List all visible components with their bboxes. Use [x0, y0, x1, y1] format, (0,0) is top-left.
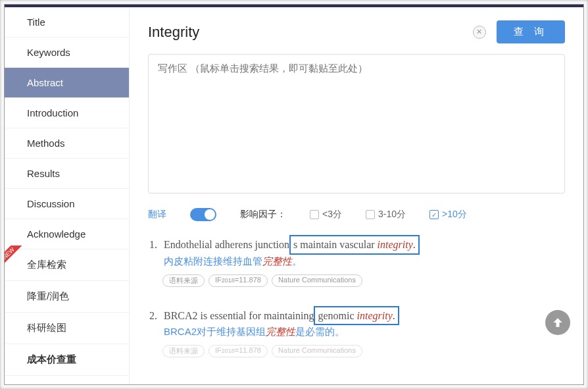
new-badge: NEW — [4, 246, 27, 272]
tag-if[interactable]: IF2018=11.878 — [208, 274, 268, 287]
if-3to10-checkbox[interactable]: 3-10分 — [366, 209, 406, 220]
sidebar-item-keywords[interactable]: Keywords — [5, 38, 129, 68]
result-number: 1. — [148, 236, 157, 253]
tag-source[interactable]: 语料来源 — [162, 345, 205, 357]
impact-factor-label: 影响因子： — [240, 209, 286, 220]
result-text: Endothelial adherens junctions maintain … — [164, 236, 420, 254]
translate-label: 翻译 — [148, 209, 166, 220]
arrow-up-icon — [551, 316, 564, 329]
sidebar-item-cost-check[interactable]: 成本价查重 — [5, 344, 129, 376]
sidebar-item-results[interactable]: Results — [5, 159, 129, 189]
tag-source[interactable]: 语料来源 — [162, 274, 205, 287]
result-translation: BRCA2对于维持基因组完整性是必需的。 — [164, 326, 565, 338]
result-translation: 内皮粘附连接维持血管完整性。 — [164, 255, 565, 268]
sidebar-item-abstract[interactable]: Abstract — [5, 68, 129, 98]
scroll-top-button[interactable] — [545, 310, 570, 335]
sidebar-item-rewrite[interactable]: 降重/润色 — [5, 281, 129, 313]
if-gt10-checkbox[interactable]: ✓>10分 — [429, 209, 467, 220]
query-button[interactable]: 查 询 — [497, 20, 565, 43]
result-number: 2. — [148, 307, 157, 324]
clear-icon[interactable]: ✕ — [473, 26, 486, 39]
sidebar-item-discussion[interactable]: Discussion — [5, 189, 129, 219]
tag-if[interactable]: IF2018=11.878 — [208, 345, 268, 357]
sidebar-item-methods[interactable]: Methods — [5, 128, 129, 159]
sidebar-item-introduction[interactable]: Introduction — [5, 98, 129, 128]
if-lt3-checkbox[interactable]: <3分 — [310, 209, 342, 220]
search-input[interactable] — [148, 24, 462, 41]
translate-toggle[interactable] — [190, 208, 216, 221]
sidebar-item-fulldb[interactable]: NEW 全库检索 — [5, 249, 129, 281]
tag-journal[interactable]: Nature Communications — [272, 274, 362, 287]
result-item[interactable]: 2. BRCA2 is essential for maintaining ge… — [148, 307, 565, 358]
sidebar-item-research-plot[interactable]: 科研绘图 — [5, 313, 129, 344]
tag-journal[interactable]: Nature Communications — [272, 345, 362, 357]
result-item[interactable]: 1. Endothelial adherens junctions mainta… — [148, 236, 565, 287]
sidebar: Title Keywords Abstract Introduction Met… — [5, 7, 130, 384]
sidebar-item-title[interactable]: Title — [5, 7, 129, 38]
main-panel: ✕ 查 询 翻译 影响因子： <3分 3-10分 ✓>10分 1. Endoth… — [130, 7, 583, 384]
sidebar-item-acknowledge[interactable]: Acknowledge — [5, 219, 129, 249]
write-area[interactable] — [148, 54, 565, 194]
result-text: BRCA2 is essential for maintaining genom… — [164, 307, 399, 325]
